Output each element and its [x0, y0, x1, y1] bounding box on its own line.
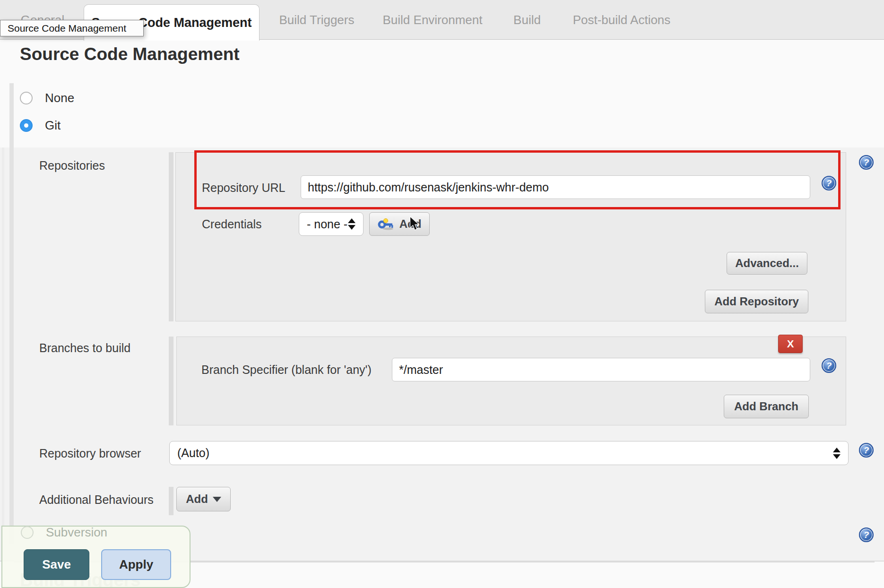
scm-option-subversion[interactable]: Subversion [21, 525, 107, 540]
repository-browser-label: Repository browser [39, 447, 141, 460]
radio-none-icon[interactable] [20, 92, 33, 104]
question-mark-glyph: ? [864, 157, 869, 168]
drag-handle-repositories[interactable] [169, 152, 173, 321]
section-indent-bar-outer [2, 147, 4, 544]
tab-build-triggers[interactable]: Build Triggers [265, 0, 369, 40]
delete-branch-label: X [787, 338, 794, 350]
repositories-label: Repositories [39, 159, 105, 173]
branch-specifier-label: Branch Specifier (blank for 'any') [201, 363, 372, 377]
question-mark-glyph: ? [864, 530, 869, 540]
add-credentials-button[interactable]: Add [369, 212, 430, 236]
delete-branch-button[interactable]: X [778, 335, 803, 353]
add-repository-button[interactable]: Add Repository [705, 290, 808, 313]
add-credentials-label: Add [399, 217, 422, 231]
add-behaviour-button-label: Add [186, 493, 208, 506]
question-mark-glyph: ? [826, 361, 832, 371]
save-apply-floating-panel: Subversion Save Apply [1, 526, 191, 588]
radio-subversion-label: Subversion [46, 525, 107, 540]
radio-subversion-icon[interactable] [21, 526, 34, 539]
credentials-label: Credentials [202, 217, 261, 231]
additional-behaviours-label: Additional Behaviours [39, 493, 154, 507]
save-button-label: Save [42, 557, 71, 572]
page-title: Source Code Management [20, 44, 240, 64]
branch-specifier-input[interactable] [392, 358, 810, 381]
apply-button-label: Apply [119, 557, 153, 572]
credentials-select[interactable]: - none - [299, 212, 364, 236]
drag-handle-branches[interactable] [169, 337, 173, 425]
tab-tooltip: Source Code Management [0, 20, 144, 36]
add-repository-button-label: Add Repository [714, 295, 799, 308]
help-icon-repository-url[interactable]: ? [822, 176, 836, 190]
key-icon [378, 218, 395, 230]
tab-post-build-actions[interactable]: Post-build Actions [563, 0, 681, 40]
add-branch-button[interactable]: Add Branch [724, 395, 809, 418]
advanced-button-label: Advanced... [735, 257, 799, 270]
branches-to-build-label: Branches to build [39, 341, 130, 355]
advanced-button[interactable]: Advanced... [727, 252, 807, 275]
help-icon-branch-specifier[interactable]: ? [822, 358, 836, 373]
radio-git-label: Git [45, 118, 61, 133]
select-spinner-icon [833, 448, 841, 459]
repository-url-label: Repository URL [202, 181, 285, 195]
repository-browser-select[interactable]: (Auto) [169, 441, 849, 465]
tab-build[interactable]: Build [492, 0, 563, 40]
question-mark-glyph: ? [826, 178, 832, 189]
help-icon-repositories[interactable]: ? [859, 155, 874, 170]
tab-build-environment[interactable]: Build Environment [373, 0, 492, 40]
caret-down-icon [213, 497, 221, 502]
scm-option-git[interactable]: Git [20, 118, 61, 133]
scm-option-none[interactable]: None [20, 91, 74, 105]
radio-git-icon[interactable] [20, 119, 33, 132]
help-icon-subversion[interactable]: ? [859, 527, 874, 542]
add-branch-button-label: Add Branch [734, 400, 798, 413]
add-behaviour-button[interactable]: Add [176, 487, 231, 511]
repository-browser-selected-value: (Auto) [177, 446, 833, 460]
drag-handle-behaviours[interactable] [169, 487, 173, 515]
section-indent-bar [9, 83, 14, 544]
repository-url-input[interactable] [301, 175, 810, 199]
help-icon-repository-browser[interactable]: ? [859, 443, 874, 458]
credentials-selected-value: - none - [307, 217, 348, 231]
save-button[interactable]: Save [24, 549, 89, 580]
radio-none-label: None [45, 91, 74, 105]
question-mark-glyph: ? [864, 445, 869, 456]
select-spinner-icon [348, 218, 355, 230]
apply-button[interactable]: Apply [101, 549, 171, 580]
